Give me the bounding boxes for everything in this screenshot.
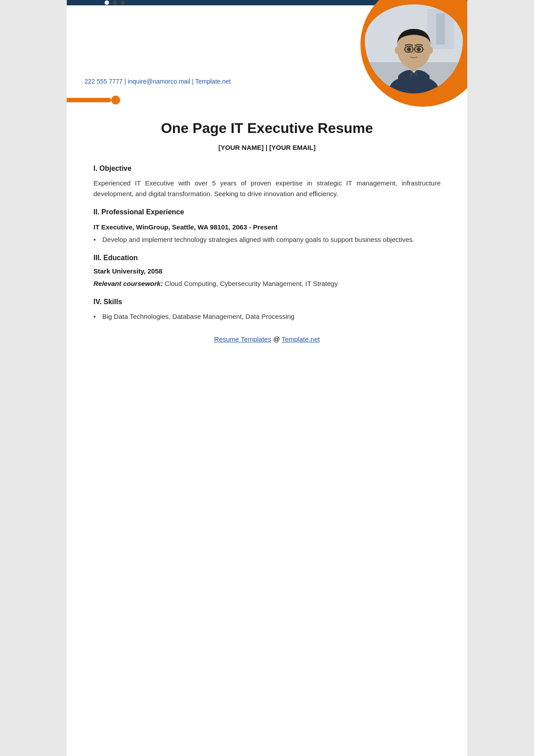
svg-rect-4: [436, 13, 445, 44]
coursework-line: Relevant coursework: Cloud Computing, Cy…: [93, 278, 441, 289]
templatenet-link[interactable]: Template.net: [282, 335, 320, 343]
email-placeholder: [YOUR EMAIL]: [269, 144, 316, 151]
dot-1: [105, 0, 109, 5]
university-name: Stark University, 2058: [93, 267, 441, 275]
dot-2: [113, 0, 117, 5]
resume-page: 222 555 7777 | inquire@namorco.mail | Te…: [67, 0, 467, 756]
at-separator: @: [271, 335, 281, 343]
separator-2: |: [192, 78, 195, 85]
name-email-separator: |: [266, 144, 269, 151]
skills-bullet: Big Data Technologies, Database Manageme…: [93, 311, 441, 322]
coursework-label: Relevant coursework:: [93, 280, 163, 287]
svg-point-17: [395, 47, 399, 54]
objective-heading: I. Objective: [93, 165, 441, 173]
job-title: IT Executive, WinGroup, Seattle, WA 9810…: [93, 223, 441, 231]
top-dots: [67, 0, 125, 5]
svg-point-15: [407, 48, 411, 51]
orange-bottom-bar: [67, 98, 111, 102]
skills-heading: IV. Skills: [93, 298, 441, 306]
dot-3: [121, 0, 125, 5]
name-placeholder: [YOUR NAME]: [218, 144, 264, 151]
separator-1: |: [125, 78, 128, 85]
resume-templates-link[interactable]: Resume Templates: [214, 335, 271, 343]
svg-point-18: [429, 47, 433, 54]
main-content: One Page IT Executive Resume [YOUR NAME]…: [67, 102, 467, 370]
contact-info: 222 555 7777 | inquire@namorco.mail | Te…: [85, 78, 231, 85]
resume-title: One Page IT Executive Resume: [93, 120, 441, 137]
svg-point-16: [417, 48, 421, 51]
experience-heading: II. Professional Experience: [93, 208, 441, 216]
objective-text: Experienced IT Executive with over 5 yea…: [93, 178, 441, 199]
phone-number: 222 555 7777: [85, 78, 123, 85]
footer-links: Resume Templates @ Template.net: [93, 335, 441, 343]
coursework-text: Cloud Computing, Cybersecurity Managemen…: [163, 280, 338, 287]
website-link[interactable]: Template.net: [195, 78, 231, 85]
education-heading: III. Education: [93, 254, 441, 262]
orange-bottom-dot: [111, 96, 120, 105]
name-email-line: [YOUR NAME] | [YOUR EMAIL]: [93, 144, 441, 151]
header-section: 222 555 7777 | inquire@namorco.mail | Te…: [67, 0, 467, 102]
experience-bullet: Develop and implement technology strateg…: [93, 234, 441, 245]
email-link[interactable]: inquire@namorco.mail: [128, 78, 190, 85]
